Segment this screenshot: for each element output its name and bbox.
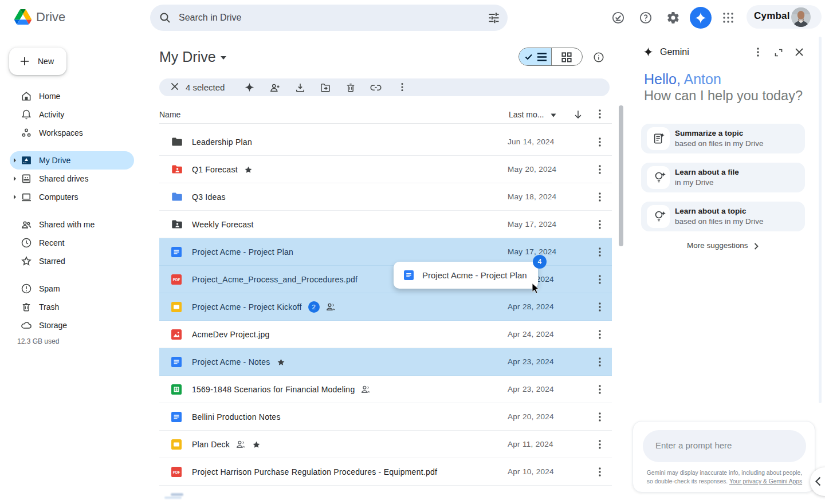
- svg-text:PDF: PDF: [173, 278, 180, 282]
- svg-text:PDF: PDF: [173, 470, 180, 474]
